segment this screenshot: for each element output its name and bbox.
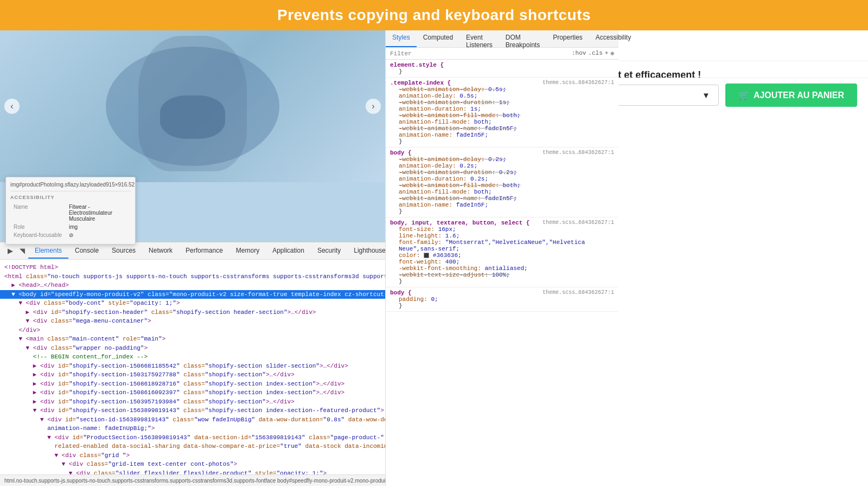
style-rule: animation-delay: 0.2s; xyxy=(390,163,614,169)
tooltip-accessibility: ACCESSIBILITY Name Fitwear - Electrostim… xyxy=(10,191,131,240)
dropdown-chevron-icon: ▼ xyxy=(702,91,710,100)
device-toolbar-button[interactable]: ◥ xyxy=(16,246,28,256)
accessibility-label: ACCESSIBILITY xyxy=(10,195,131,200)
top-banner: Prevents copying and keyboard shortcuts xyxy=(0,0,868,30)
element-style-block: element.style { } xyxy=(386,60,618,78)
right-panel: VISA AMERICANEXPRESS PayPal  Pay Le mei… xyxy=(385,30,868,486)
dt-tab-styles[interactable]: Styles xyxy=(386,30,417,47)
style-rule: font-family: "Montserrat","HelveticaNeue… xyxy=(390,239,614,252)
element-tooltip: img#productPhotoImg.sflazy.lazyloaded 91… xyxy=(5,177,136,245)
html-line[interactable]: ▶ <div id="shopify-section-header" class… xyxy=(0,308,385,317)
html-line[interactable]: ▼ <div id="shopify-section-1563899819143… xyxy=(0,406,385,415)
cls-button[interactable]: .cls xyxy=(588,50,602,57)
tab-console[interactable]: Console xyxy=(68,243,105,259)
html-line[interactable]: ▼ <div class="mega-menu-container"> xyxy=(0,317,385,326)
dt-tab-properties[interactable]: Properties xyxy=(546,30,589,47)
body2-selector: body { theme.scss…684362627:1 xyxy=(390,290,614,296)
body2-block: body { theme.scss…684362627:1 padding: 0… xyxy=(386,287,618,312)
tooltip-img-src: img#productPhotoImg.sflazy.lazyloaded xyxy=(10,182,106,188)
style-rule: font-size: 16px; xyxy=(390,226,614,233)
prev-image-arrow[interactable]: ‹ xyxy=(4,99,20,114)
html-source[interactable]: <!DOCTYPE html> <html class="no-touch su… xyxy=(0,260,385,474)
styles-pseudo-buttons: :hov .cls + ⊕ xyxy=(572,50,614,57)
html-line[interactable]: <!-- BEGIN content_for_index --> xyxy=(0,352,385,362)
tab-security[interactable]: Security xyxy=(311,243,347,259)
style-rule: line-height: 1.6; xyxy=(390,233,614,239)
styles-panel[interactable]: :hov .cls + ⊕ element.style { } .templat… xyxy=(386,48,618,486)
styles-filter-input[interactable] xyxy=(390,50,567,57)
tab-memory[interactable]: Memory xyxy=(229,243,266,259)
product-image-area: ‹ › xyxy=(0,30,385,182)
html-line[interactable]: ▼ <div class="grid-item text-center cont… xyxy=(0,460,385,469)
main-content: ‹ › img#productPhotoImg.sflazy.lazyloade… xyxy=(0,30,868,486)
devtools-panel: ▶ ◥ Elements Console Sources Network Per… xyxy=(0,242,385,486)
body-input-selector: body, input, textarea, button, select { … xyxy=(390,220,614,226)
add-style-button[interactable]: + xyxy=(605,50,609,57)
hov-button[interactable]: :hov xyxy=(572,50,586,57)
add-to-cart-label: AJOUTER AU PANIER xyxy=(754,91,844,100)
devtools-toolbar: ▶ ◥ Elements Console Sources Network Per… xyxy=(0,242,385,260)
html-line[interactable]: ▼ <div class="grid "> xyxy=(0,451,385,460)
html-line[interactable]: ▼ <div class="slider flexslider flexslid… xyxy=(0,469,385,475)
status-text: html.no-touch.supports-js.supports-no-to… xyxy=(4,478,385,484)
html-line[interactable]: animation-name: fadeInUpBig;"> xyxy=(0,424,385,433)
style-rule: animation-duration: 0.2s; xyxy=(390,176,614,182)
tab-lighthouse[interactable]: Lighthouse xyxy=(347,243,385,259)
banner-title: Prevents copying and keyboard shortcuts xyxy=(277,7,591,23)
style-rule: animation-fill-mode: both; xyxy=(390,119,614,125)
add-to-cart-button[interactable]: 🛒 AJOUTER AU PANIER xyxy=(725,84,857,107)
style-rule: -webkit-animation-fill-mode: both; xyxy=(390,112,614,119)
keyboard-icon: ⊘ xyxy=(67,232,130,239)
new-style-rule-button[interactable]: ⊕ xyxy=(610,50,614,57)
html-line[interactable]: ▼ <div class="wrapper no-padding"> xyxy=(0,344,385,353)
element-style-selector: element.style { xyxy=(390,62,614,68)
devtools-right-tabs: Styles Computed Event Listeners DOM Brea… xyxy=(386,30,618,48)
html-line[interactable]: <!DOCTYPE html> xyxy=(0,263,385,272)
dt-tab-accessibility[interactable]: Accessibility xyxy=(589,30,637,47)
style-rule: -webkit-animation-duration: 1s; xyxy=(390,99,614,106)
dt-tab-computed[interactable]: Computed xyxy=(417,30,459,47)
html-line-selected[interactable]: ▼ <body id="speedfly-mono-produit-v2" cl… xyxy=(0,290,385,299)
style-rule: color: #363636; xyxy=(390,252,614,259)
tooltip-dimensions: 915×916.52 xyxy=(106,182,135,188)
style-rule-close: } xyxy=(390,138,614,145)
element-style-close: } xyxy=(390,68,614,75)
role-value: img xyxy=(67,223,130,230)
template-index-block: .template-index { theme.scss…684362627:1… xyxy=(386,78,618,147)
tab-network[interactable]: Network xyxy=(142,243,179,259)
style-rule: -webkit-animation-fill-mode: both; xyxy=(390,182,614,189)
html-line[interactable]: ▼ <div class="body-cont" style="opacity:… xyxy=(0,299,385,308)
style-rule-close: } xyxy=(390,278,614,285)
style-rule: -webkit-animation-delay: 0.5s; xyxy=(390,86,614,93)
html-line[interactable]: related-enabled data-social-sharing data… xyxy=(0,442,385,451)
html-line[interactable]: </div> xyxy=(0,326,385,335)
html-line[interactable]: ▶ <div id="shopify-section-1506681185542… xyxy=(0,362,385,371)
style-rule-close: } xyxy=(390,208,614,215)
dt-tab-dom-breakpoints[interactable]: DOM Breakpoints xyxy=(499,30,546,47)
html-line[interactable]: ▶ <div id="shopify-section-1508618928716… xyxy=(0,380,385,389)
html-line[interactable]: ▼ <main class="main-content" role="main"… xyxy=(0,335,385,344)
name-value: Fitwear - Electrostimulateur Musculaire xyxy=(67,203,130,222)
next-image-arrow[interactable]: › xyxy=(366,99,381,114)
style-rule: animation-name: fadeIn5F; xyxy=(390,132,614,138)
style-rule: -webkit-text-size-adjust: 100%; xyxy=(390,272,614,278)
html-line[interactable]: ▶ <div id="shopify-section-1503957193984… xyxy=(0,397,385,407)
html-line[interactable]: ▶ <div id="shopify-section-1508616092397… xyxy=(0,388,385,397)
html-line[interactable]: ▼ <div id="ProductSection-1563899819143"… xyxy=(0,433,385,442)
tab-elements[interactable]: Elements xyxy=(28,243,68,259)
tab-performance[interactable]: Performance xyxy=(179,243,229,259)
html-line[interactable]: ▶ <div id="shopify-section-1503175927788… xyxy=(0,370,385,380)
dt-tab-event-listeners[interactable]: Event Listeners xyxy=(459,30,499,47)
html-line[interactable]: <html class="no-touch supports-js suppor… xyxy=(0,272,385,281)
style-rule: -webkit-animation-delay: 0.2s; xyxy=(390,156,614,163)
tab-application[interactable]: Application xyxy=(266,243,311,259)
style-rule: -webkit-font-smoothing: antialiased; xyxy=(390,265,614,272)
html-line[interactable]: ▶ <head>…</head> xyxy=(0,281,385,290)
name-label: Name xyxy=(11,203,66,222)
keyboard-label: Keyboard-focusable xyxy=(11,232,66,239)
style-rule: -webkit-animation-name: fadeIn5F; xyxy=(390,125,614,132)
styles-filter-bar: :hov .cls + ⊕ xyxy=(386,48,618,60)
html-line[interactable]: ▼ <div id="section-id-1563899819143" cla… xyxy=(0,415,385,425)
inspect-element-button[interactable]: ▶ xyxy=(4,246,16,256)
tab-sources[interactable]: Sources xyxy=(105,243,142,259)
